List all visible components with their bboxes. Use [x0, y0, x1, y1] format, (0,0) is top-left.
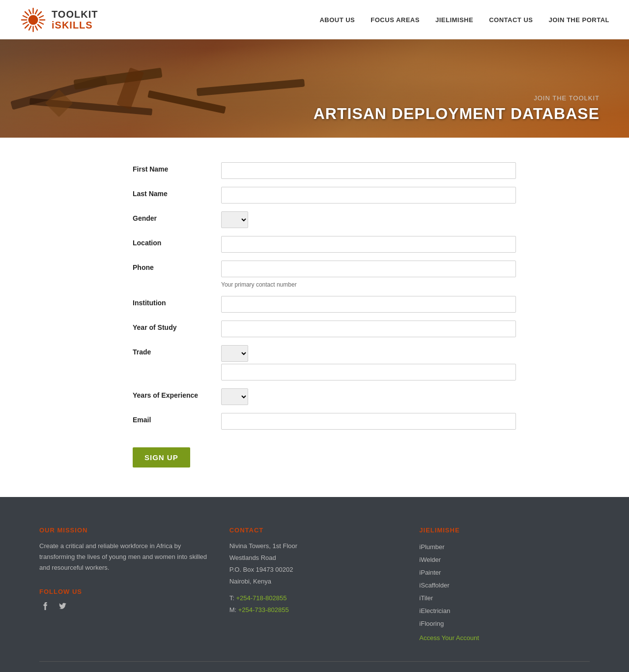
svg-line-10: [39, 22, 43, 24]
list-item: iElectrician: [419, 605, 590, 617]
svg-line-16: [23, 22, 27, 24]
svg-line-9: [23, 16, 27, 18]
signup-button[interactable]: SIGN UP: [133, 447, 190, 467]
location-control: [221, 236, 516, 253]
svg-point-0: [29, 15, 38, 25]
phone-control: Your primary contact number: [221, 261, 516, 288]
institution-row: Institution: [133, 296, 516, 313]
trade-select[interactable]: iPlumber iWelder iPainter: [221, 345, 248, 362]
email-control: [221, 413, 516, 430]
svg-line-11: [29, 10, 31, 14]
contact-address2: Westlands Road: [229, 553, 400, 563]
hero-section: JOIN THE TOOLKIT ARTISAN DEPLOYMENT DATA…: [0, 39, 629, 138]
svg-line-14: [29, 26, 31, 30]
phone-hint: Your primary contact number: [221, 281, 516, 288]
list-item: iTiler: [419, 592, 590, 605]
list-item: iScaffolder: [419, 579, 590, 592]
access-account-link[interactable]: Access Your Account: [419, 634, 479, 642]
logo[interactable]: TOOLKIT iSKILLS: [20, 6, 98, 33]
footer-mission-col: OUR MISSION Create a critical and reliab…: [39, 526, 210, 642]
list-item: iPlumber: [419, 541, 590, 554]
gender-select[interactable]: Male Female: [221, 211, 248, 228]
svg-line-8: [25, 25, 29, 28]
svg-line-7: [38, 12, 41, 15]
nav-join[interactable]: JOIN THE PORTAL: [548, 16, 609, 24]
hero-title: ARTISAN DEPLOYMENT DATABASE: [314, 105, 600, 123]
location-label: Location: [133, 236, 221, 247]
list-item: iPainter: [419, 566, 590, 579]
registration-form: First Name Last Name Gender Male Female: [133, 162, 516, 467]
phone-label-text: T:: [229, 594, 234, 602]
footer-jielimishe-col: JIELIMISHE iPlumberiWelderiPainteriScaff…: [419, 526, 590, 642]
nav-contact[interactable]: CONTACT US: [489, 16, 533, 24]
contact-phone-row: T: +254-718-802855: [229, 593, 400, 604]
trade-input[interactable]: [221, 364, 516, 380]
year-of-study-input[interactable]: [221, 321, 516, 337]
year-of-study-row: Year of Study: [133, 321, 516, 337]
contact-address4: Nairobi, Kenya: [229, 576, 400, 587]
logo-toolkit-text: TOOLKIT: [52, 9, 98, 20]
last-name-row: Last Name: [133, 187, 516, 204]
gender-control: Male Female: [221, 211, 516, 228]
list-item: iFlooring: [419, 617, 590, 630]
phone-link[interactable]: +254-718-802855: [236, 594, 286, 602]
first-name-label: First Name: [133, 162, 221, 173]
logo-icon: [20, 6, 47, 33]
facebook-icon[interactable]: [39, 600, 51, 612]
site-header: TOOLKIT iSKILLS ABOUT US FOCUS AREAS JIE…: [0, 0, 629, 39]
mobile-label-text: M:: [229, 606, 236, 614]
gender-label: Gender: [133, 211, 221, 222]
email-label: Email: [133, 413, 221, 424]
nav-about[interactable]: ABOUT US: [319, 16, 355, 24]
nav-jielimishe[interactable]: JIELIMISHE: [435, 16, 473, 24]
nav-focus[interactable]: FOCUS AREAS: [371, 16, 420, 24]
email-row: Email: [133, 413, 516, 430]
institution-input[interactable]: [221, 296, 516, 313]
last-name-control: [221, 187, 516, 204]
contact-address3: P.O. Box 19473 00202: [229, 564, 400, 575]
institution-label: Institution: [133, 296, 221, 307]
trade-label: Trade: [133, 345, 221, 356]
main-nav: ABOUT US FOCUS AREAS JIELIMISHE CONTACT …: [319, 16, 609, 24]
mobile-link[interactable]: +254-733-802855: [238, 606, 289, 614]
list-item: iWelder: [419, 554, 590, 566]
footer-grid: OUR MISSION Create a critical and reliab…: [39, 526, 590, 642]
mission-heading: OUR MISSION: [39, 526, 210, 534]
site-footer: OUR MISSION Create a critical and reliab…: [0, 497, 629, 672]
follow-us-heading: FOLLOW US: [39, 588, 210, 595]
contact-heading: CONTACT: [229, 526, 400, 534]
trade-row: Trade iPlumber iWelder iPainter: [133, 345, 516, 380]
years-experience-select[interactable]: 1 2 3 5+: [221, 388, 248, 405]
svg-line-15: [39, 16, 43, 18]
email-input[interactable]: [221, 413, 516, 430]
location-input[interactable]: [221, 236, 516, 253]
social-icons: [39, 600, 210, 612]
svg-line-13: [35, 10, 37, 14]
first-name-control: [221, 162, 516, 179]
registration-form-section: First Name Last Name Gender Male Female: [93, 138, 536, 497]
year-of-study-label: Year of Study: [133, 321, 221, 331]
phone-label: Phone: [133, 261, 221, 271]
svg-line-12: [35, 26, 37, 30]
footer-contact-col: CONTACT Nivina Towers, 1st Floor Westlan…: [229, 526, 400, 642]
twitter-icon[interactable]: [57, 600, 69, 612]
contact-address1: Nivina Towers, 1st Floor: [229, 541, 400, 552]
years-experience-label: Years of Experience: [133, 388, 221, 399]
svg-line-5: [25, 12, 29, 15]
mission-text: Create a critical and reliable workforce…: [39, 541, 210, 573]
trade-control: iPlumber iWelder iPainter: [221, 345, 516, 380]
hero-text-area: JOIN THE TOOLKIT ARTISAN DEPLOYMENT DATA…: [314, 94, 629, 138]
jielimishe-list: iPlumberiWelderiPainteriScaffolderiTiler…: [419, 541, 590, 630]
location-row: Location: [133, 236, 516, 253]
phone-input[interactable]: [221, 261, 516, 277]
last-name-label: Last Name: [133, 187, 221, 198]
last-name-input[interactable]: [221, 187, 516, 204]
first-name-input[interactable]: [221, 162, 516, 179]
jielimishe-heading: JIELIMISHE: [419, 526, 590, 534]
gender-row: Gender Male Female: [133, 211, 516, 228]
years-experience-control: 1 2 3 5+: [221, 388, 516, 405]
logo-iskills-text: iSKILLS: [52, 20, 98, 30]
hero-subtitle: JOIN THE TOOLKIT: [314, 94, 600, 102]
first-name-row: First Name: [133, 162, 516, 179]
year-of-study-control: [221, 321, 516, 337]
